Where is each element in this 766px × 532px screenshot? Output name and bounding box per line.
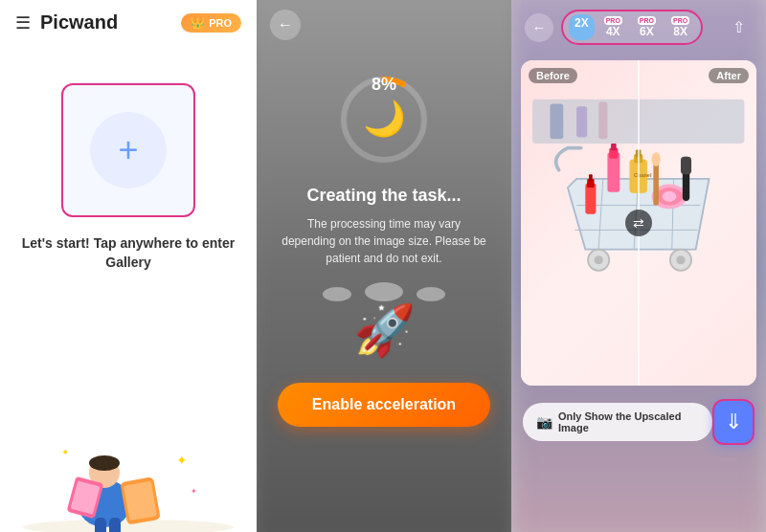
download-button[interactable]: ⇓ (712, 399, 755, 445)
share-button[interactable]: ⇧ (724, 13, 753, 42)
scale-6x-pro: PRO (638, 16, 656, 25)
scale-2x-label: 2X (574, 16, 589, 30)
cloud-center (365, 282, 403, 301)
pro-badge-label: PRO (209, 17, 232, 29)
svg-rect-5 (95, 518, 106, 532)
svg-rect-47 (654, 162, 660, 206)
process-content: ← 🌙 🌙 8% Creating the task... (257, 0, 511, 532)
svg-point-3 (89, 455, 120, 471)
svg-rect-43 (681, 157, 691, 174)
svg-rect-6 (109, 518, 121, 532)
result-content: ← 2X PRO 4X PRO 6X PRO (511, 0, 766, 532)
result-footer: 📷 Only Show the Upscaled Image ⇓ (511, 391, 766, 454)
progress-circle-area: 🌙 🌙 8% (331, 67, 437, 172)
back-button[interactable]: ← (270, 10, 301, 40)
svg-text:✦: ✦ (61, 447, 69, 457)
rocket-icon: 🚀 (353, 301, 416, 360)
scale-option-6x[interactable]: PRO 6X (632, 14, 662, 40)
svg-rect-34 (611, 144, 617, 150)
panel-process: ← 🌙 🌙 8% Creating the task... (257, 0, 511, 532)
menu-icon[interactable]: ☰ (15, 12, 31, 33)
add-image-button[interactable]: + (61, 83, 195, 217)
upscale-icon: 📷 (536, 414, 552, 430)
svg-rect-22 (598, 102, 607, 140)
cloud-left (323, 287, 351, 301)
illustration-svg: ✦ ✦ ✦ (13, 388, 243, 532)
svg-text:✦: ✦ (176, 453, 188, 468)
scale-options: 2X PRO 4X PRO 6X PRO 8X (561, 10, 703, 45)
scale-8x-pro: PRO (671, 16, 689, 25)
clouds-row (323, 282, 445, 301)
svg-point-41 (663, 191, 677, 202)
result-back-button[interactable]: ← (525, 13, 553, 42)
svg-rect-21 (576, 106, 587, 137)
gallery-prompt[interactable]: Let's start! Tap anywhere to enter Galle… (0, 234, 257, 272)
download-icon: ⇓ (725, 410, 742, 434)
panel-home: ☰ Picwand 👑 PRO + Let's start! Tap anywh… (0, 0, 257, 532)
scale-option-2x[interactable]: 2X (569, 14, 595, 40)
svg-rect-20 (551, 104, 564, 140)
image-compare-area: Before After ⇄ (521, 60, 756, 386)
accelerate-button[interactable]: Enable acceleration (278, 383, 490, 427)
moon-icon: 🌙 (363, 99, 406, 139)
cloud-right (417, 287, 445, 301)
scale-option-8x[interactable]: PRO 8X (665, 14, 695, 40)
pro-badge: 👑 PRO (181, 13, 241, 33)
show-upscaled-label: Only Show the Upscaled Image (558, 410, 699, 433)
compare-handle[interactable]: ⇄ (625, 210, 652, 236)
app-title: Picwand (40, 11, 118, 33)
scale-4x-pro: PRO (604, 16, 622, 25)
plus-circle: + (90, 112, 167, 188)
processing-description: The processing time may vary depending o… (257, 215, 511, 267)
panel-result: ← 2X PRO 4X PRO 6X PRO (511, 0, 766, 532)
show-upscaled-button[interactable]: 📷 Only Show the Upscaled Image (523, 403, 712, 441)
result-header: ← 2X PRO 4X PRO 6X PRO (511, 0, 766, 55)
svg-rect-44 (586, 184, 597, 214)
svg-rect-46 (589, 174, 593, 181)
after-label: After (709, 68, 749, 83)
creating-label: Creating the task... (306, 186, 461, 206)
scale-6x-label: 6X (640, 25, 654, 38)
svg-point-48 (652, 152, 661, 166)
progress-percent: 8% (372, 75, 396, 95)
svg-text:✦: ✦ (191, 487, 197, 496)
home-illustration: ✦ ✦ ✦ (0, 379, 257, 532)
svg-point-29 (595, 255, 603, 264)
plus-icon: + (118, 133, 138, 167)
svg-point-31 (677, 255, 686, 264)
scale-4x-label: 4X (606, 25, 620, 38)
before-label: Before (529, 68, 577, 83)
scale-8x-label: 8X (673, 25, 687, 38)
crown-icon: 👑 (191, 16, 205, 30)
home-header: ☰ Picwand 👑 PRO (0, 0, 257, 45)
scale-option-4x[interactable]: PRO 4X (598, 14, 628, 40)
